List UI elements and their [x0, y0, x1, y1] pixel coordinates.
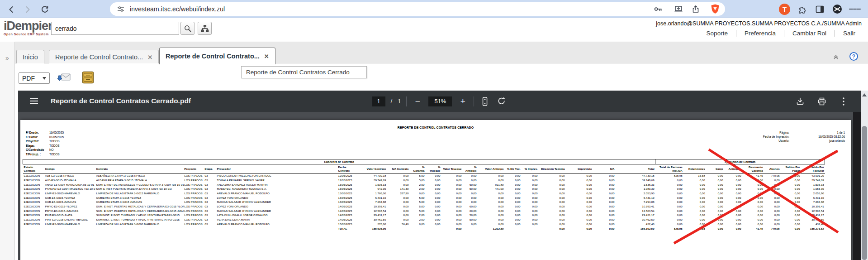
url-bar[interactable]: investeam.itsc.ec/webui/index.zul — [110, 2, 725, 16]
browser-menu-icon[interactable] — [849, 3, 861, 15]
filter-value: 01/05/2025 — [49, 135, 64, 139]
tab-reporte-1[interactable]: Reporte de Control Contrato... ✕ — [49, 50, 159, 64]
report-cell: 30.462,59 — [358, 217, 387, 222]
report-cell: 0,00 — [387, 200, 410, 204]
report-cell: 15/05/2025 — [337, 222, 358, 226]
sidebar-icon[interactable] — [814, 3, 825, 15]
extension-t-icon[interactable]: T — [779, 4, 790, 15]
report-cell: 12/05/2025 — [337, 173, 358, 178]
search-button[interactable] — [180, 22, 194, 35]
send-mail-button[interactable] — [56, 71, 71, 83]
zoom-in-button[interactable]: + — [457, 96, 468, 107]
report-cell: 0,00 — [683, 187, 706, 191]
share-icon[interactable] — [690, 4, 701, 14]
report-cell: 0,00 — [742, 191, 764, 196]
report-toolbar: PDF — [15, 63, 868, 91]
sitemap-button[interactable] — [198, 22, 212, 35]
report-cell: 0,00 — [593, 226, 616, 231]
report-cell: 43.901,20 — [801, 173, 825, 178]
report-cell: 0,00 — [593, 178, 616, 183]
report-cell: CUBIERTA ETAPA 3-G015 YLOPEZ — [95, 196, 184, 200]
close-tab-icon[interactable]: ✕ — [147, 54, 152, 61]
rotate-icon[interactable] — [496, 96, 507, 107]
filter-label: Etapa: — [26, 144, 49, 148]
report-cell: 0,00 — [522, 222, 539, 226]
forward-button[interactable] — [22, 4, 33, 15]
brave-shield-icon[interactable] — [710, 4, 721, 14]
link-cambiar-rol[interactable]: Cambiar Rol — [784, 30, 835, 37]
meta-label: Usuario: — [778, 139, 789, 143]
report-cell: 0,00 — [441, 217, 463, 222]
scrollbar-thumb[interactable] — [862, 126, 867, 260]
report-cell: 0,00 — [724, 204, 742, 209]
report-cell: LIMPIEZA DE VILLAS ETAPA 3-G000 MAREVALO — [95, 222, 184, 226]
report-cell: 0,00 — [463, 196, 478, 200]
save-device-icon[interactable] — [673, 4, 684, 14]
collapse-panel-icon[interactable] — [832, 53, 840, 60]
report-cell: TOTAL — [337, 226, 358, 231]
report-cell: 186.102,50 — [616, 226, 655, 231]
tab-inicio[interactable]: Inicio — [16, 50, 44, 64]
back-button[interactable] — [5, 4, 17, 15]
report-cell: 0,00 — [593, 173, 616, 178]
zoom-level[interactable]: 51% — [428, 96, 452, 106]
key-icon[interactable] — [653, 4, 664, 14]
report-cell: 0,00 — [742, 222, 764, 226]
report-cell: 0,00 — [593, 213, 616, 217]
pdf-menu-icon[interactable] — [28, 96, 40, 106]
report-cell: 0,00 — [522, 196, 539, 200]
report-cell: 0,00 — [566, 209, 593, 213]
print-button[interactable] — [816, 96, 827, 107]
report-cell: CUBIERTA ETAPA 3 G015 JMACIAS — [95, 200, 184, 204]
url-text[interactable]: investeam.itsc.ec/webui/index.zul — [130, 2, 225, 16]
report-cell: 0,00 — [706, 204, 724, 209]
report-cell: 5,00 — [410, 173, 426, 178]
download-button[interactable] — [795, 96, 806, 107]
zoom-out-button[interactable]: − — [412, 96, 423, 107]
report-cell: 0,00 — [522, 213, 539, 217]
meta-value: 16/05/2025 08:32:06 — [806, 135, 845, 139]
pdf-scrollbar-track[interactable] — [853, 112, 861, 260]
report-cell: 12.503,54 — [358, 209, 387, 213]
column-header: % Trueque — [426, 164, 441, 173]
archive-icon — [82, 71, 94, 84]
fit-page-button[interactable] — [479, 96, 490, 107]
report-cell: 6.431,10 — [616, 196, 655, 200]
scroll-up-icon[interactable] — [862, 93, 867, 96]
more-vertical-icon[interactable] — [838, 96, 849, 107]
column-header: % Garantia — [410, 164, 426, 173]
tab-label: Reporte de Control Contrato... — [55, 53, 143, 61]
profile-icon[interactable] — [831, 3, 843, 15]
report-cell: EJECUCION — [23, 178, 44, 183]
report-cell: 0,00 — [441, 178, 463, 183]
tab-reporte-2-active[interactable]: Reporte de Control Contrato... ✕ — [159, 48, 275, 64]
close-tab-icon[interactable]: ✕ — [264, 53, 269, 60]
report-cell: 0,00 — [426, 183, 441, 187]
report-cell: EJECUCION — [23, 213, 44, 217]
archive-button[interactable] — [82, 71, 94, 84]
report-cell: 0,00 — [426, 187, 441, 191]
pdf-canvas-area: REPORTE DE CONTROL CONTRATOS CERRADO F/ … — [18, 112, 861, 260]
report-cell: 2,00 — [410, 217, 426, 222]
link-soporte[interactable]: Soporte — [698, 30, 736, 37]
column-header: Proveedor — [216, 164, 337, 173]
report-cell: 770,95 — [764, 226, 781, 231]
search-input[interactable] — [51, 22, 179, 35]
extensions-puzzle-icon[interactable] — [796, 3, 808, 15]
report-cell: MADETEC, MADERERA TECNICA S.A. — [216, 187, 337, 191]
page-number-input[interactable] — [372, 96, 385, 106]
format-select[interactable]: PDF — [19, 72, 50, 84]
help-icon[interactable]: ? — [849, 52, 858, 61]
reload-button[interactable] — [39, 4, 51, 15]
report-cell: 0,00 — [742, 178, 764, 183]
browser-toolbar: investeam.itsc.ec/webui/index.zul T — [0, 0, 868, 18]
report-cell: 0,00 — [764, 213, 781, 217]
report-cell: 0,00 — [410, 222, 426, 226]
report-cell: 0,00 — [426, 222, 441, 226]
expand-panel-icon[interactable]: » — [0, 54, 14, 62]
site-settings-icon[interactable] — [115, 4, 126, 14]
link-salir[interactable]: Salir — [835, 30, 863, 37]
report-cell: 60,00 — [463, 183, 478, 187]
west-panel: » — [0, 42, 15, 260]
link-preferencia[interactable]: Preferencia — [736, 30, 784, 37]
